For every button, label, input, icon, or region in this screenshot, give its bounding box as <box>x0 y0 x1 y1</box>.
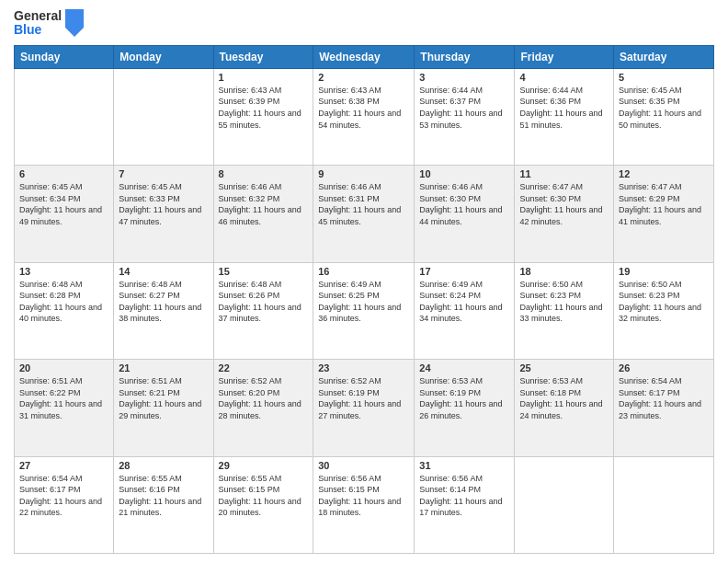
calendar-cell: 4 Sunrise: 6:44 AM Sunset: 6:36 PM Dayli… <box>515 68 614 165</box>
daylight: Daylight: 11 hours and 50 minutes. <box>619 109 701 130</box>
day-number: 3 <box>419 72 509 83</box>
daylight: Daylight: 11 hours and 33 minutes. <box>519 303 602 324</box>
day-number: 14 <box>119 266 208 277</box>
day-info: Sunrise: 6:45 AM Sunset: 6:35 PM Dayligh… <box>619 85 709 131</box>
sunrise: Sunrise: 6:52 AM <box>318 376 381 385</box>
day-number: 31 <box>419 460 509 471</box>
sunset: Sunset: 6:39 PM <box>219 97 280 106</box>
sunrise: Sunrise: 6:45 AM <box>119 182 182 191</box>
daylight: Daylight: 11 hours and 47 minutes. <box>119 205 201 226</box>
calendar-cell: 16 Sunrise: 6:49 AM Sunset: 6:25 PM Dayl… <box>313 262 415 359</box>
sunset: Sunset: 6:32 PM <box>219 194 280 203</box>
sunset: Sunset: 6:29 PM <box>619 194 680 203</box>
sunrise: Sunrise: 6:46 AM <box>219 182 282 191</box>
day-number: 7 <box>119 168 208 179</box>
day-number: 16 <box>318 266 409 277</box>
sunset: Sunset: 6:36 PM <box>519 97 581 106</box>
calendar-cell: 2 Sunrise: 6:43 AM Sunset: 6:38 PM Dayli… <box>313 68 415 165</box>
sunset: Sunset: 6:30 PM <box>419 194 481 203</box>
day-number: 22 <box>219 362 309 373</box>
sunset: Sunset: 6:38 PM <box>318 97 380 106</box>
logo: General Blue <box>14 9 84 38</box>
day-info: Sunrise: 6:53 AM Sunset: 6:18 PM Dayligh… <box>519 375 609 421</box>
sunrise: Sunrise: 6:54 AM <box>19 474 83 483</box>
sunset: Sunset: 6:23 PM <box>519 291 581 300</box>
calendar-cell: 3 Sunrise: 6:44 AM Sunset: 6:37 PM Dayli… <box>415 68 515 165</box>
sunrise: Sunrise: 6:48 AM <box>219 280 282 289</box>
day-number: 19 <box>619 266 709 277</box>
day-info: Sunrise: 6:51 AM Sunset: 6:22 PM Dayligh… <box>19 375 108 421</box>
calendar-day-header: Sunday <box>15 45 114 68</box>
calendar-cell: 30 Sunrise: 6:56 AM Sunset: 6:15 PM Dayl… <box>313 456 415 553</box>
sunset: Sunset: 6:15 PM <box>318 485 380 494</box>
logo-text: General Blue <box>14 9 62 38</box>
day-info: Sunrise: 6:55 AM Sunset: 6:16 PM Dayligh… <box>119 473 208 519</box>
sunset: Sunset: 6:21 PM <box>119 388 180 397</box>
calendar-cell: 21 Sunrise: 6:51 AM Sunset: 6:21 PM Dayl… <box>114 360 213 456</box>
sunset: Sunset: 6:14 PM <box>419 485 481 494</box>
sunrise: Sunrise: 6:47 AM <box>619 182 682 191</box>
calendar-cell: 28 Sunrise: 6:55 AM Sunset: 6:16 PM Dayl… <box>114 456 213 553</box>
calendar-cell <box>15 68 114 165</box>
calendar-day-header: Monday <box>114 45 213 68</box>
daylight: Daylight: 11 hours and 26 minutes. <box>419 399 502 420</box>
day-number: 27 <box>19 460 108 471</box>
sunset: Sunset: 6:30 PM <box>519 194 581 203</box>
sunrise: Sunrise: 6:53 AM <box>419 376 483 385</box>
sunset: Sunset: 6:20 PM <box>219 388 280 397</box>
day-number: 21 <box>119 362 208 373</box>
daylight: Daylight: 11 hours and 38 minutes. <box>119 303 201 324</box>
header: General Blue <box>14 9 714 38</box>
day-info: Sunrise: 6:55 AM Sunset: 6:15 PM Dayligh… <box>219 473 309 519</box>
calendar-day-header: Wednesday <box>313 45 415 68</box>
calendar-week-row: 27 Sunrise: 6:54 AM Sunset: 6:17 PM Dayl… <box>15 456 714 553</box>
sunset: Sunset: 6:37 PM <box>419 97 481 106</box>
sunset: Sunset: 6:23 PM <box>619 291 680 300</box>
day-number: 5 <box>619 72 709 83</box>
day-info: Sunrise: 6:48 AM Sunset: 6:27 PM Dayligh… <box>119 279 208 325</box>
calendar-cell: 11 Sunrise: 6:47 AM Sunset: 6:30 PM Dayl… <box>515 166 614 262</box>
daylight: Daylight: 11 hours and 24 minutes. <box>519 399 602 420</box>
day-number: 29 <box>219 460 309 471</box>
calendar-cell: 8 Sunrise: 6:46 AM Sunset: 6:32 PM Dayli… <box>213 166 313 262</box>
daylight: Daylight: 11 hours and 40 minutes. <box>19 303 102 324</box>
sunset: Sunset: 6:19 PM <box>419 388 481 397</box>
calendar-week-row: 20 Sunrise: 6:51 AM Sunset: 6:22 PM Dayl… <box>15 360 714 456</box>
svg-marker-0 <box>65 9 84 37</box>
sunrise: Sunrise: 6:43 AM <box>219 86 282 95</box>
daylight: Daylight: 11 hours and 45 minutes. <box>318 205 401 226</box>
sunset: Sunset: 6:17 PM <box>19 485 81 494</box>
day-number: 24 <box>419 362 509 373</box>
daylight: Daylight: 11 hours and 37 minutes. <box>219 303 301 324</box>
sunrise: Sunrise: 6:46 AM <box>318 182 381 191</box>
day-info: Sunrise: 6:52 AM Sunset: 6:19 PM Dayligh… <box>318 375 409 421</box>
daylight: Daylight: 11 hours and 23 minutes. <box>619 399 701 420</box>
sunset: Sunset: 6:25 PM <box>318 291 380 300</box>
calendar: SundayMondayTuesdayWednesdayThursdayFrid… <box>14 45 714 554</box>
sunrise: Sunrise: 6:55 AM <box>119 474 182 483</box>
day-info: Sunrise: 6:48 AM Sunset: 6:26 PM Dayligh… <box>219 279 309 325</box>
calendar-day-header: Tuesday <box>213 45 313 68</box>
daylight: Daylight: 11 hours and 46 minutes. <box>219 205 301 226</box>
day-info: Sunrise: 6:47 AM Sunset: 6:30 PM Dayligh… <box>519 181 609 227</box>
sunrise: Sunrise: 6:46 AM <box>419 182 483 191</box>
sunrise: Sunrise: 6:45 AM <box>619 86 682 95</box>
daylight: Daylight: 11 hours and 18 minutes. <box>318 497 401 518</box>
day-info: Sunrise: 6:54 AM Sunset: 6:17 PM Dayligh… <box>19 473 108 519</box>
day-number: 15 <box>219 266 309 277</box>
daylight: Daylight: 11 hours and 34 minutes. <box>419 303 502 324</box>
sunset: Sunset: 6:17 PM <box>619 388 680 397</box>
day-info: Sunrise: 6:50 AM Sunset: 6:23 PM Dayligh… <box>519 279 609 325</box>
calendar-cell: 19 Sunrise: 6:50 AM Sunset: 6:23 PM Dayl… <box>614 262 714 359</box>
calendar-header-row: SundayMondayTuesdayWednesdayThursdayFrid… <box>15 45 714 68</box>
day-number: 13 <box>19 266 108 277</box>
calendar-week-row: 6 Sunrise: 6:45 AM Sunset: 6:34 PM Dayli… <box>15 166 714 262</box>
daylight: Daylight: 11 hours and 28 minutes. <box>219 399 301 420</box>
sunrise: Sunrise: 6:56 AM <box>419 474 483 483</box>
sunset: Sunset: 6:35 PM <box>619 97 680 106</box>
sunset: Sunset: 6:15 PM <box>219 485 280 494</box>
daylight: Daylight: 11 hours and 55 minutes. <box>219 109 301 130</box>
day-info: Sunrise: 6:54 AM Sunset: 6:17 PM Dayligh… <box>619 375 709 421</box>
calendar-cell <box>515 456 614 553</box>
sunrise: Sunrise: 6:49 AM <box>419 280 483 289</box>
